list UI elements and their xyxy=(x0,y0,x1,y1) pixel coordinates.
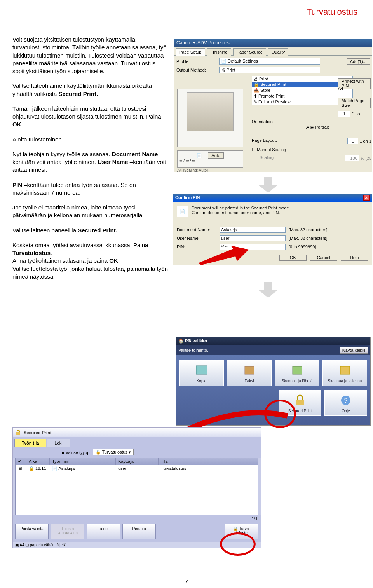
dd-edit-preview[interactable]: ✎ Edit and Preview xyxy=(252,99,352,105)
user-name-label: User Name: xyxy=(177,236,220,241)
layout-hint: 1 on 1 xyxy=(359,139,371,143)
flow-arrow-icon xyxy=(256,177,280,193)
svg-rect-7 xyxy=(296,400,304,405)
page-title: Turvatulostus xyxy=(0,0,373,17)
show-all-button[interactable]: Näytä kaikki xyxy=(340,347,368,354)
doc-name-hint: [Max. 32 characters] xyxy=(289,227,328,232)
svg-rect-3 xyxy=(196,366,207,374)
tab-finishing[interactable]: Finishing xyxy=(207,48,231,56)
main-menu-sub: Valitse toiminto. xyxy=(178,348,208,352)
a4-label: A4 xyxy=(338,86,371,91)
intro-p3: Tämän jälkeen laiteohjain muistuttaa, et… xyxy=(12,105,168,129)
cell-ohje[interactable]: ? Ohje xyxy=(324,390,367,416)
col-check: ✔ xyxy=(16,458,26,465)
scaling-label: Scaling: xyxy=(260,155,275,160)
pin-line2: Confirm document name, user name, and PI… xyxy=(177,210,368,215)
svg-text:?: ? xyxy=(344,397,348,404)
cell-kopio[interactable]: Kopio xyxy=(179,360,224,386)
pin-title: Confirm PIN xyxy=(175,195,200,201)
manual-scaling-check[interactable]: ☐ Manual Scaling xyxy=(252,147,286,152)
tab-paper-source[interactable]: Paper Source xyxy=(233,48,266,56)
col-aika: Aika xyxy=(26,458,50,465)
svg-marker-1 xyxy=(198,246,249,265)
doc-name-input[interactable]: Asiakirja xyxy=(220,227,286,233)
svg-rect-4 xyxy=(245,366,254,374)
svg-rect-5 xyxy=(293,366,302,374)
dd-secured-print[interactable]: 🔒 Secured Print xyxy=(252,82,352,87)
intro-p7: Jos työlle ei määritellä nimeä, laite ni… xyxy=(12,204,168,220)
cell-skannaa-tallenna[interactable]: Skannaa ja tallenna xyxy=(322,360,367,386)
secured-print-panel: Secured Print Työn tila Loki ■ Valitse t… xyxy=(12,427,261,548)
info-icon: 📄 xyxy=(177,206,188,217)
main-menu-title: 🏠 Päävalikko xyxy=(176,337,370,345)
pin-hint: [0 to 9999999] xyxy=(289,244,316,249)
orientation-label: Orientation xyxy=(252,119,273,124)
tab-page-setup[interactable]: Page Setup xyxy=(176,48,205,56)
intro-p6: PIN –kenttään tulee antaa työn salasana.… xyxy=(12,181,168,197)
printer-preview xyxy=(177,89,243,147)
add-button[interactable]: Add(1)... xyxy=(347,58,370,65)
close-icon[interactable]: ✕ xyxy=(363,195,370,201)
output-label: Output Method: xyxy=(176,68,219,72)
profile-select[interactable]: 📄 Default Settings xyxy=(219,58,320,65)
page-layout-label: Page Layout: xyxy=(252,138,277,143)
btn-tiedot[interactable]: Tiedot xyxy=(87,524,120,539)
cell-skannaa-laheta[interactable]: Skannaa ja lähetä xyxy=(275,360,319,386)
intro-p1: Voit suojata yksittäisen tulostustyön kä… xyxy=(12,36,168,75)
btn-poista[interactable]: Poista valinta xyxy=(15,524,49,539)
col-tila: Tila xyxy=(159,458,258,465)
btn-peruuta[interactable]: Peruuta xyxy=(122,524,156,539)
red-ring-highlight xyxy=(220,532,256,556)
cancel-button[interactable]: Cancel xyxy=(310,255,337,261)
intro-p2: Valitse laiteohjaimen käyttöliittymän ik… xyxy=(12,82,168,98)
tab-quality[interactable]: Quality xyxy=(268,48,288,56)
copies-hint: [1 to xyxy=(352,112,360,116)
title-rule xyxy=(12,19,357,19)
help-button[interactable]: Help xyxy=(341,255,368,261)
tab-bar: Page Setup Finishing Paper Source Qualit… xyxy=(174,47,372,56)
output-select[interactable]: 🖨 Print xyxy=(219,67,320,73)
page-indicator: 1/1 xyxy=(13,515,261,522)
btn-tulosta-seuraavana: Tulosta seuraavana xyxy=(51,524,84,539)
job-row[interactable]: 🖥 🔒 16:11 📄 Asiakirja user Turvatulostus xyxy=(16,465,258,472)
instruction-text: Voit suojata yksittäisen tulostustyön kä… xyxy=(12,36,168,288)
svg-marker-0 xyxy=(258,177,278,193)
doc-name-label: Document Name: xyxy=(177,227,220,232)
dialog-title: Canon iR-ADV Properties xyxy=(174,39,372,47)
page-number: 7 xyxy=(0,579,373,585)
properties-dialog: Canon iR-ADV Properties Page Setup Finis… xyxy=(174,39,372,172)
ok-button[interactable]: OK xyxy=(279,255,307,261)
svg-rect-6 xyxy=(340,366,350,374)
filter-select[interactable]: 🔒 Turvatulostus ▾ xyxy=(93,449,134,455)
a4-scaling-text: A4 [Scaling: Auto] xyxy=(177,168,208,172)
pin-line1: Document will be printed in the Secured … xyxy=(177,206,368,210)
sp-title: Secured Print xyxy=(24,430,52,435)
match-page-button[interactable]: Match Page Size xyxy=(338,98,371,108)
svg-rect-11 xyxy=(16,432,20,435)
layout-value[interactable]: 1 xyxy=(347,138,358,144)
flow-arrow-icon xyxy=(256,282,280,298)
cell-faksi[interactable]: Faksi xyxy=(227,360,272,386)
dd-store[interactable]: 📥 Store xyxy=(252,87,352,93)
auto-button[interactable]: Auto xyxy=(208,152,224,159)
profile-label: Profile: xyxy=(176,59,219,64)
dd-promote[interactable]: ⬆ Promote Print xyxy=(252,93,352,99)
scaling-hint: % [25 xyxy=(361,156,371,161)
red-ring-highlight xyxy=(264,400,296,428)
col-kayttaja: Käyttäjä xyxy=(116,458,159,465)
intro-p8: Valitse laitteen paneelilla Secured Prin… xyxy=(12,227,168,234)
lock-icon xyxy=(15,429,21,436)
output-dropdown-list[interactable]: 🖨 Print 🔒 Secured Print 📥 Store ⬆ Promot… xyxy=(252,76,353,105)
red-arrow-icon xyxy=(198,246,249,265)
dd-print[interactable]: 🖨 Print xyxy=(252,76,352,82)
col-nimi: Työn nimi xyxy=(50,458,116,465)
portrait-radio[interactable]: A ◉ Portrait xyxy=(306,125,329,130)
tab-loki[interactable]: Loki xyxy=(47,439,70,447)
intro-p4: Aloita tulostaminen. xyxy=(12,136,168,143)
svg-marker-2 xyxy=(258,282,278,298)
copies-input[interactable]: 1 xyxy=(338,111,350,117)
user-name-input[interactable]: user xyxy=(220,235,286,241)
intro-p9: Kosketa omaa työtäsi avautuvassa ikkunas… xyxy=(12,241,168,281)
user-name-hint: [Max. 32 characters] xyxy=(289,236,328,241)
tab-tyon-tila[interactable]: Työn tila xyxy=(14,439,46,447)
